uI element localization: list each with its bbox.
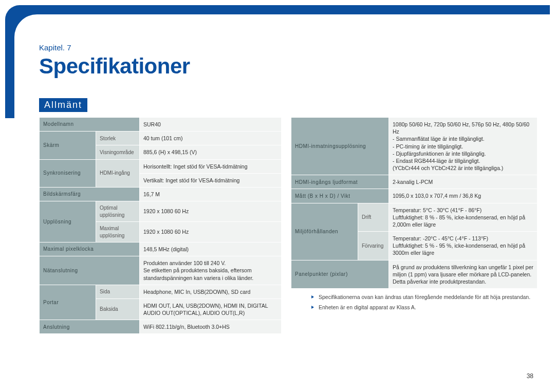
row-dims-label: Mått (B x H x D) / Vikt xyxy=(291,189,389,203)
row-sync-horiz: Horisontellt: Inget stöd för VESA-tidmät… xyxy=(140,159,282,173)
page-number: 38 xyxy=(527,372,533,380)
row-hdmires-label: HDMI-inmatningsupplösning xyxy=(291,118,389,175)
chapter-label: Kapitel. 7 xyxy=(39,43,538,52)
row-pixelclock-value: 148,5 MHz (digital) xyxy=(140,242,282,256)
row-resolution-label: Upplösning xyxy=(40,201,96,242)
spec-columns: Modellnamn SUR40 Skärm Storlek 40 tum (1… xyxy=(39,117,538,334)
row-color-label: Bildskärmsfärg xyxy=(40,187,140,201)
row-power-value: Produkten använder 100 till 240 V. Se et… xyxy=(140,256,282,285)
page-frame: Kapitel. 7 Specifikationer Allmänt Model… xyxy=(5,5,550,387)
row-size-label: Storlek xyxy=(96,132,140,145)
row-viewarea-label: Visningområde xyxy=(96,145,140,159)
section-allmant: Allmänt xyxy=(39,98,87,112)
right-column: HDMI-inmatningsupplösning 1080p 50/60 Hz… xyxy=(291,117,538,316)
row-screen-label: Skärm xyxy=(40,132,96,159)
row-storage-label: Förvaring xyxy=(358,232,389,260)
row-viewarea-value: 885,6 (H) x 498,15 (V) xyxy=(140,145,282,159)
row-dims-value: 1095,0 x 103,0 x 707,4 mm / 36,8 Kg xyxy=(389,189,538,203)
row-side-value: Headphone, MIC In, USB(2DOWN), SD card xyxy=(140,285,282,298)
row-hdmiaudio-value: 2-kanalig L-PCM xyxy=(389,175,538,189)
row-power-label: Nätanslutning xyxy=(40,256,140,285)
row-op-value: Temperatur: 5°C - 30°C (41°F - 86°F) Luf… xyxy=(389,203,538,232)
row-hdmi-in-label: HDMI-ingång xyxy=(96,159,140,187)
note-1: Specifikationerna ovan kan ändras utan f… xyxy=(311,294,538,301)
spec-table-left: Modellnamn SUR40 Skärm Storlek 40 tum (1… xyxy=(39,117,282,334)
row-modelname-value: SUR40 xyxy=(140,118,282,132)
row-optres-label: Optimal upplösning xyxy=(96,201,140,222)
row-rear-label: Baksida xyxy=(96,298,140,320)
row-pixels-value: På grund av produktens tillverkning kan … xyxy=(389,260,538,289)
row-op-label: Drift xyxy=(358,203,389,232)
row-maxres-value: 1920 x 1080 60 Hz xyxy=(140,222,282,242)
row-pixels-label: Panelpunkter (pixlar) xyxy=(291,260,389,289)
row-ports-label: Portar xyxy=(40,285,96,320)
row-rear-value: HDMI OUT, LAN, USB(2DOWN), HDMI IN, DIGI… xyxy=(140,298,282,320)
row-side-label: Sida xyxy=(96,285,140,298)
row-sync-label: Synkronisering xyxy=(40,159,96,187)
row-optres-value: 1920 x 1080 60 Hz xyxy=(140,201,282,222)
row-storage-value: Temperatur: -20°C - 45°C (-4°F - 113°F) … xyxy=(389,232,538,260)
row-hdmiaudio-label: HDMI-ingångs ljudformat xyxy=(291,175,389,189)
notes-list: Specifikationerna ovan kan ändras utan f… xyxy=(291,294,538,311)
content-panel: Kapitel. 7 Specifikationer Allmänt Model… xyxy=(14,14,550,387)
row-connection-value: WiFi 802.11b/g/n, Bluetooth 3.0+HS xyxy=(140,320,282,334)
row-hdmires-value: 1080p 50/60 Hz, 720p 50/60 Hz, 576p 50 H… xyxy=(389,118,538,175)
note-2: Enheten är en digital apparat av Klass A… xyxy=(311,304,538,311)
row-connection-label: Anslutning xyxy=(40,320,140,334)
row-modelname-label: Modellnamn xyxy=(40,118,140,132)
row-sync-vert: Vertikalt: Inget stöd för VESA-tidmätnin… xyxy=(140,173,282,187)
page-title: Specifikationer xyxy=(39,54,538,79)
row-pixelclock-label: Maximal pixelklocka xyxy=(40,242,140,256)
row-size-value: 40 tum (101 cm) xyxy=(140,132,282,145)
spec-table-right: HDMI-inmatningsupplösning 1080p 50/60 Hz… xyxy=(291,117,538,289)
row-color-value: 16,7 M xyxy=(140,187,282,201)
row-env-label: Miljöförhållanden xyxy=(291,203,358,260)
row-maxres-label: Maximal upplösning xyxy=(96,222,140,242)
